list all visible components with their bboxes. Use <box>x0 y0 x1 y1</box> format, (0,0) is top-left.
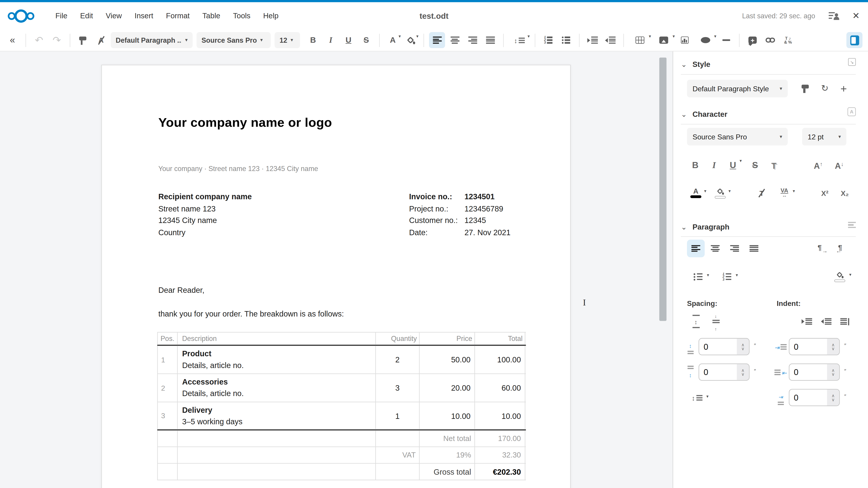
insert-image-button[interactable] <box>653 32 675 48</box>
paragraph-rtl-button[interactable] <box>833 239 851 257</box>
sidebar-paragraph-style-dropdown[interactable]: Default Paragraph Style <box>687 80 788 97</box>
sidebar-bullet-list-button[interactable] <box>687 268 709 285</box>
user-list-icon[interactable] <box>829 11 839 20</box>
decrease-paragraph-spacing-button[interactable] <box>707 313 724 330</box>
italic-button[interactable] <box>323 32 339 48</box>
sidebar-bold-button[interactable]: B <box>686 157 704 174</box>
special-character-button[interactable] <box>780 32 796 48</box>
hanging-indent-button[interactable] <box>836 313 854 330</box>
character-spacing-button[interactable] <box>774 184 795 202</box>
insert-line-button[interactable] <box>718 32 734 48</box>
style-section-header[interactable]: Style <box>681 59 710 70</box>
ordered-list-button[interactable]: 1 2 3 <box>540 32 556 48</box>
menu-tools[interactable]: Tools <box>233 11 250 20</box>
menu-table[interactable]: Table <box>202 11 220 20</box>
insert-comment-button[interactable] <box>745 32 761 48</box>
spin-up-icon[interactable] <box>741 343 744 347</box>
spinner-buttons[interactable] <box>737 339 749 355</box>
close-icon[interactable] <box>852 11 860 20</box>
spin-up-icon[interactable] <box>832 343 835 347</box>
sidebar-font-size-dropdown[interactable]: 12 pt <box>802 128 846 145</box>
spinner-buttons[interactable] <box>827 364 839 380</box>
new-style-button[interactable] <box>835 80 852 97</box>
underline-button[interactable] <box>340 32 356 48</box>
redo-button[interactable] <box>49 32 65 48</box>
sidebar-ordered-list-button[interactable]: 1 2 3 <box>716 268 738 285</box>
indent-after-value[interactable] <box>789 367 823 378</box>
spacing-below-value[interactable] <box>699 367 733 378</box>
document-title[interactable]: test.odt <box>420 2 448 29</box>
increase-paragraph-spacing-button[interactable] <box>687 313 705 330</box>
sidebar-font-color-button[interactable]: A <box>685 184 706 202</box>
clone-formatting-button[interactable] <box>75 32 91 48</box>
sidebar-align-left-button[interactable] <box>687 239 705 257</box>
sidebar-justify-button[interactable] <box>745 239 763 257</box>
justify-button[interactable] <box>482 32 498 48</box>
sidebar-align-right-button[interactable] <box>726 239 743 257</box>
sidebar-underline-button[interactable]: U <box>724 157 742 174</box>
sidebar-decrease-indent-button[interactable] <box>817 313 835 330</box>
align-left-button[interactable] <box>429 32 445 48</box>
font-color-button[interactable] <box>385 32 401 48</box>
spacing-above-value[interactable] <box>699 341 733 352</box>
clear-formatting-button[interactable] <box>93 32 109 48</box>
line-spacing-button[interactable] <box>509 32 530 48</box>
clear-direct-formatting-button[interactable] <box>753 184 771 202</box>
update-style-button[interactable] <box>797 80 815 97</box>
menu-format[interactable]: Format <box>166 11 190 20</box>
grow-font-button[interactable] <box>809 157 827 174</box>
decrease-indent-button[interactable] <box>602 32 618 48</box>
strikethrough-button[interactable] <box>358 32 374 48</box>
paragraph-dialog-icon[interactable] <box>848 222 856 228</box>
subscript-button[interactable] <box>836 184 854 202</box>
highlight-color-button[interactable] <box>402 32 418 48</box>
menu-insert[interactable]: Insert <box>134 11 153 20</box>
spin-down-icon[interactable] <box>832 398 835 401</box>
align-right-button[interactable] <box>465 32 480 48</box>
above-paragraph-spacing-input[interactable] <box>699 338 749 355</box>
character-dialog-icon[interactable] <box>847 107 856 116</box>
before-text-indent-input[interactable] <box>789 338 840 355</box>
spin-up-icon[interactable] <box>832 368 835 372</box>
paragraph-section-header[interactable]: Paragraph <box>681 221 730 232</box>
shrink-font-button[interactable] <box>830 157 848 174</box>
sidebar-align-center-button[interactable] <box>706 239 724 257</box>
spin-down-icon[interactable] <box>741 372 744 376</box>
refresh-style-button[interactable] <box>816 80 834 97</box>
sidebar-italic-button[interactable]: I <box>705 157 723 174</box>
bullet-list-button[interactable] <box>558 32 574 48</box>
document-page[interactable]: Your company name or logo Your company ·… <box>101 65 571 488</box>
spin-up-icon[interactable] <box>741 368 744 372</box>
spin-up-icon[interactable] <box>832 394 835 397</box>
below-paragraph-spacing-input[interactable] <box>699 363 749 381</box>
undo-button[interactable] <box>31 32 47 48</box>
increase-indent-button[interactable] <box>585 32 600 48</box>
paragraph-background-color-button[interactable] <box>828 268 851 285</box>
sidebar-shadow-button[interactable]: T <box>765 157 782 174</box>
sidebar-line-spacing-button[interactable] <box>685 389 709 407</box>
superscript-button[interactable] <box>816 184 834 202</box>
menu-view[interactable]: View <box>106 11 122 20</box>
open-style-dialog-icon[interactable] <box>848 58 856 66</box>
menu-file[interactable]: File <box>55 11 67 20</box>
collapse-toolbar-button[interactable] <box>4 32 21 48</box>
chevron-down-icon[interactable] <box>681 59 687 69</box>
nextcloud-logo[interactable] <box>8 7 43 24</box>
spin-down-icon[interactable] <box>832 372 835 376</box>
paragraph-ltr-button[interactable] <box>813 239 830 257</box>
align-center-button[interactable] <box>447 32 463 48</box>
invoice-table[interactable]: Pos. Description Quantity Price Total 1 … <box>157 332 526 480</box>
sidebar-font-name-dropdown[interactable]: Source Sans Pro <box>687 128 788 145</box>
font-size-dropdown[interactable]: 12 <box>275 32 300 48</box>
sidebar-strikethrough-button[interactable]: S <box>746 157 764 174</box>
indent-before-value[interactable] <box>789 341 823 352</box>
font-name-dropdown[interactable]: Source Sans Pro <box>196 32 271 48</box>
sidebar-highlight-color-button[interactable] <box>710 184 731 202</box>
spinner-buttons[interactable] <box>827 339 839 355</box>
menu-edit[interactable]: Edit <box>80 11 93 20</box>
spinner-buttons[interactable] <box>827 390 839 405</box>
insert-shape-button[interactable] <box>694 32 716 48</box>
insert-table-button[interactable] <box>629 32 651 48</box>
paragraph-style-dropdown[interactable]: Default Paragraph ... <box>111 32 193 48</box>
vertical-scrollbar[interactable] <box>659 58 666 321</box>
